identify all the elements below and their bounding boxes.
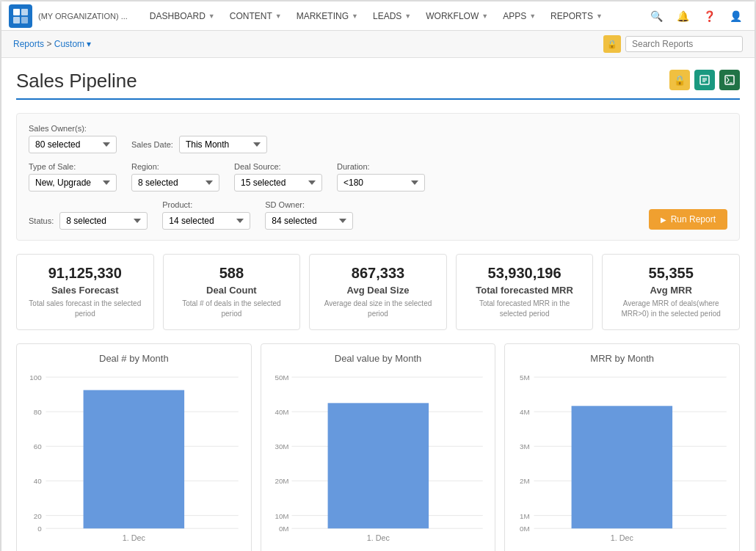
page-header: Sales Pipeline 🔒 (16, 70, 740, 100)
sales-date-select[interactable]: This Month (179, 136, 267, 153)
product-select[interactable]: 14 selected (162, 212, 250, 230)
user-icon-btn[interactable]: 👤 (724, 4, 747, 28)
kpi-total-mrr-desc: Total forecasted MRR in the selected per… (465, 299, 584, 319)
status-label: Status: (29, 216, 54, 225)
svg-text:100: 100 (29, 373, 42, 382)
product-group: Product: 14 selected (162, 200, 250, 230)
svg-text:40: 40 (34, 477, 42, 485)
charts-row: Deal # by Month 100 80 60 40 20 0 (16, 343, 740, 551)
svg-rect-0 (13, 9, 20, 15)
run-report-button[interactable]: ▶ Run Report (649, 209, 727, 230)
kpi-deal-count-name: Deal Count (172, 285, 291, 296)
run-report-wrapper: ▶ Run Report (649, 209, 727, 230)
svg-text:20: 20 (34, 512, 42, 520)
svg-text:0: 0 (37, 525, 42, 533)
region-label: Region: (131, 162, 219, 171)
chart-mrr-area: 5M 4M 3M 2M 1M 0M 1. Dec (514, 370, 730, 546)
export-pdf-button[interactable]: 🔒 (669, 70, 690, 90)
notifications-icon-btn[interactable]: 🔔 (671, 4, 694, 28)
status-group: Status: 8 selected (29, 212, 148, 230)
svg-rect-21 (84, 390, 185, 529)
svg-text:60: 60 (34, 442, 42, 450)
kpi-avg-mrr-name: Avg MRR (611, 285, 730, 296)
svg-text:4M: 4M (520, 408, 530, 416)
top-navigation: (MY ORGANIZATION) ... DASHBOARD ▼ CONTEN… (1, 1, 755, 31)
search-reports-area: 🔒 (603, 35, 743, 53)
main-content: Sales Pipeline 🔒 Sales Owner(s): 80 sele… (1, 58, 755, 551)
nav-workflow[interactable]: WORKFLOW ▼ (418, 1, 495, 31)
sd-owner-select[interactable]: 84 selected (265, 212, 353, 230)
kpi-sales-forecast-value: 91,125,330 (26, 265, 145, 282)
kpi-total-mrr-name: Total forecasted MRR (465, 285, 584, 296)
svg-text:5M: 5M (520, 373, 530, 382)
nav-menu: DASHBOARD ▼ CONTENT ▼ MARKETING ▼ LEADS … (142, 1, 644, 31)
svg-text:3M: 3M (520, 442, 530, 450)
nav-marketing[interactable]: MARKETING ▼ (289, 1, 366, 31)
page-actions: 🔒 (669, 70, 740, 90)
nav-reports[interactable]: REPORTS ▼ (543, 1, 610, 31)
svg-text:1. Dec: 1. Dec (366, 533, 390, 542)
svg-text:0M: 0M (520, 525, 530, 533)
chart-deal-value-area: 50M 40M 30M 20M 10M 0M 1. Dec (270, 370, 487, 546)
kpi-total-mrr-value: 53,930,196 (465, 265, 584, 282)
svg-text:20M: 20M (275, 477, 288, 485)
sales-owner-select[interactable]: 80 selected (29, 136, 117, 153)
nav-dashboard[interactable]: DASHBOARD ▼ (142, 1, 222, 31)
chart-mrr-title: MRR by Month (514, 353, 730, 364)
search-reports-input[interactable] (625, 36, 743, 52)
svg-text:1M: 1M (520, 512, 530, 520)
nav-leads[interactable]: LEADS ▼ (366, 1, 418, 31)
svg-rect-1 (21, 9, 28, 15)
filter-row-1: Sales Owner(s): 80 selected Sales Date: … (29, 124, 727, 153)
svg-text:1. Dec: 1. Dec (611, 533, 634, 542)
kpi-avg-deal-size-desc: Average deal size in the selected period (319, 299, 437, 319)
sales-date-group: Sales Date: This Month (131, 136, 267, 153)
help-icon-btn[interactable]: ❓ (697, 4, 721, 28)
export-csv-button[interactable] (694, 70, 715, 90)
chart-mrr: MRR by Month 5M 4M 3M 2M 1M 0M (504, 343, 740, 551)
nav-apps[interactable]: APPS ▼ (495, 1, 543, 31)
region-group: Region: 8 selected (131, 162, 219, 191)
svg-rect-2 (13, 17, 20, 23)
svg-rect-35 (327, 403, 429, 528)
search-reports-icon: 🔒 (603, 35, 621, 53)
duration-select[interactable]: <180 (337, 174, 425, 191)
deal-source-select[interactable]: 15 selected (234, 174, 322, 191)
app-logo[interactable] (9, 4, 32, 28)
page-title: Sales Pipeline (16, 70, 137, 92)
org-name: (MY ORGANIZATION) ... (38, 12, 128, 21)
sales-owner-label: Sales Owner(s): (29, 124, 117, 133)
kpi-avg-mrr-value: 55,355 (611, 265, 730, 282)
svg-rect-49 (572, 406, 673, 528)
chart-deal-value-title: Deal value by Month (270, 353, 487, 364)
deal-source-label: Deal Source: (234, 162, 322, 171)
export-excel-button[interactable] (719, 70, 740, 90)
filters-section: Sales Owner(s): 80 selected Sales Date: … (16, 113, 740, 241)
kpi-avg-mrr: 55,355 Avg MRR Average MRR of deals(wher… (602, 254, 740, 330)
breadcrumb-bar: Reports > Custom ▾ 🔒 (1, 31, 755, 58)
sd-owner-label: SD Owner: (265, 200, 353, 209)
svg-text:10M: 10M (275, 512, 288, 520)
product-label: Product: (162, 200, 250, 209)
kpi-sales-forecast: 91,125,330 Sales Forecast Total sales fo… (16, 254, 154, 330)
kpi-deal-count-desc: Total # of deals in the selected period (172, 299, 291, 319)
nav-icons: 🔍 🔔 ❓ 👤 (644, 4, 747, 28)
type-of-sale-select[interactable]: New, Upgrade (29, 174, 117, 191)
type-of-sale-group: Type of Sale: New, Upgrade (29, 162, 117, 191)
region-select[interactable]: 8 selected (131, 174, 219, 191)
type-of-sale-label: Type of Sale: (29, 162, 117, 171)
svg-text:2M: 2M (520, 477, 530, 485)
play-icon: ▶ (661, 216, 666, 224)
kpi-avg-deal-size-value: 867,333 (319, 265, 437, 282)
svg-text:0M: 0M (279, 525, 289, 533)
sd-owner-group: SD Owner: 84 selected (265, 200, 353, 230)
svg-text:1. Dec: 1. Dec (123, 533, 146, 542)
kpi-sales-forecast-desc: Total sales forecast in the selected per… (26, 299, 145, 319)
breadcrumb-reports[interactable]: Reports (13, 39, 44, 49)
status-select[interactable]: 8 selected (59, 212, 148, 230)
kpi-avg-deal-size: 867,333 Avg Deal Size Average deal size … (309, 254, 447, 330)
search-icon-btn[interactable]: 🔍 (644, 4, 668, 28)
kpi-total-mrr: 53,930,196 Total forecasted MRR Total fo… (456, 254, 594, 330)
nav-content[interactable]: CONTENT ▼ (222, 1, 289, 31)
breadcrumb-custom[interactable]: Custom ▾ (54, 39, 92, 49)
